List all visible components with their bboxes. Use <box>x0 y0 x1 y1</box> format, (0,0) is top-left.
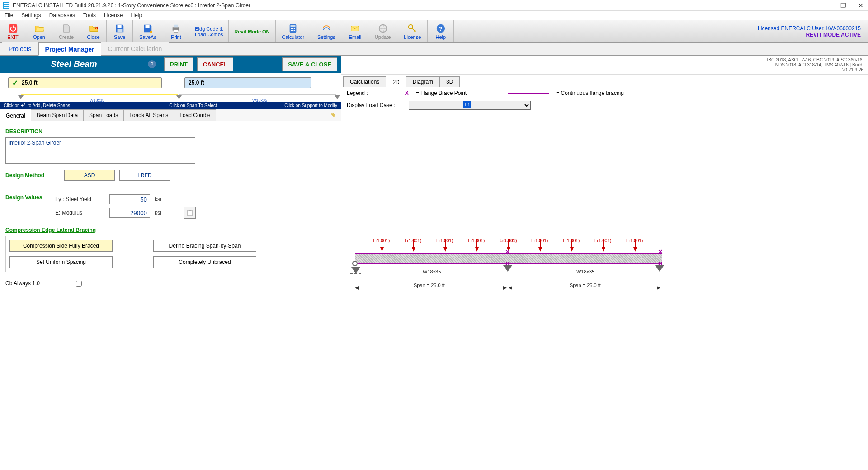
tab-general[interactable]: General <box>0 110 31 121</box>
view-tab-3d[interactable]: 3D <box>439 76 460 87</box>
clipboard-icon <box>186 209 193 216</box>
load-arrow-9 <box>633 247 637 252</box>
close-file-label: Close <box>87 34 99 40</box>
svg-rect-23 <box>189 210 191 211</box>
asd-button[interactable]: ASD <box>64 170 115 181</box>
menu-help[interactable]: Help <box>131 12 142 19</box>
brace-full-button[interactable]: Compression Side Fully Braced <box>9 240 113 252</box>
support-mid-icon <box>503 265 512 272</box>
support-3-icon[interactable] <box>335 95 340 99</box>
tab-projects[interactable]: Projects <box>2 42 38 55</box>
close-window-button[interactable]: ✕ <box>856 2 865 9</box>
save-icon <box>115 24 125 33</box>
print-button[interactable]: Print <box>163 20 189 42</box>
settings-button[interactable]: Settings <box>311 20 342 42</box>
license-info: Licensed ENERCALC User, KW-06000215 <box>758 25 861 32</box>
tab-span-loads[interactable]: Span Loads <box>83 109 124 121</box>
window-title: ENERCALC INSTALLED Build 20.21.9.26 : 1-… <box>13 2 250 9</box>
create-label: Create <box>59 34 74 40</box>
menu-license[interactable]: License <box>104 12 123 19</box>
exit-label: EXIT <box>7 34 18 40</box>
license-button[interactable]: License <box>397 20 428 42</box>
minimize-button[interactable]: — <box>821 2 830 9</box>
revit-mode-button[interactable]: Revit Mode ON <box>229 20 275 42</box>
menu-settings[interactable]: Settings <box>21 12 41 19</box>
support-2-icon[interactable] <box>176 95 182 99</box>
close-file-button[interactable]: ✕ Close <box>80 20 107 42</box>
create-button[interactable]: Create <box>52 20 80 42</box>
update-label: Update <box>375 34 391 40</box>
span-1-box[interactable]: ✓ 25.0 ft <box>8 77 162 88</box>
bldg-code-label: Bldg Code & Load Combs <box>195 26 223 37</box>
support-1-icon[interactable] <box>18 95 24 99</box>
calculator-button[interactable]: Calculator <box>276 20 311 42</box>
open-button[interactable]: Open <box>26 20 52 42</box>
beam-left-label: W18x35 <box>423 269 441 274</box>
lrfd-button[interactable]: LRFD <box>119 170 170 181</box>
header-help-icon[interactable]: ? <box>148 60 156 68</box>
dim-label-1: Span = 25.0 ft <box>414 282 445 288</box>
save-label: Save <box>114 34 125 40</box>
span-2-box[interactable]: 25.0 ft <box>184 77 311 88</box>
edit-icon[interactable]: ✎ <box>326 110 341 121</box>
fy-input[interactable] <box>109 194 150 204</box>
gear-icon <box>321 24 331 33</box>
print-label: Print <box>171 34 181 40</box>
view-tab-diagram[interactable]: Diagram <box>406 76 440 87</box>
help-icon: ? <box>436 24 446 33</box>
revit-active-label: REVIT MODE ACTIVE <box>806 32 861 38</box>
support-left-pin <box>352 261 358 266</box>
brace-none-button[interactable]: Completely Unbraced <box>153 256 256 268</box>
help-label: Help <box>435 34 446 40</box>
load-case-value: Lr <box>463 101 471 108</box>
view-tab-2d[interactable]: 2D <box>386 77 406 87</box>
svg-text:✕: ✕ <box>94 25 98 30</box>
saveas-button[interactable]: SaveAs <box>133 20 163 42</box>
svg-point-15 <box>292 30 294 31</box>
beam-2-label: W18x35 <box>252 98 267 103</box>
cb-always-checkbox[interactable] <box>76 281 82 287</box>
print-icon <box>171 24 181 33</box>
load-arrow-8 <box>602 247 605 252</box>
e-input[interactable] <box>109 208 150 218</box>
brace-x-top: ✕ <box>505 248 510 255</box>
menu-tools[interactable]: Tools <box>83 12 96 19</box>
cb-label: Cb Always 1.0 <box>5 280 40 287</box>
beam-span-1[interactable] <box>21 94 178 95</box>
svg-point-11 <box>291 28 292 29</box>
legend-label: Legend : <box>347 90 368 96</box>
help-button[interactable]: ? Help <box>428 20 454 42</box>
tab-beam-span-data[interactable]: Beam Span Data <box>31 109 84 121</box>
exit-button[interactable]: EXIT <box>0 20 26 42</box>
instr-add: Click on +/- to Add, Delete Spans <box>4 103 139 108</box>
span-1-value: 25.0 ft <box>22 80 38 86</box>
brace-uniform-button[interactable]: Set Uniform Spacing <box>9 256 113 268</box>
update-button[interactable]: Update <box>368 20 397 42</box>
span-2-value: 25.0 ft <box>189 80 204 86</box>
load-arrow-2 <box>412 247 415 252</box>
tab-current-calc[interactable]: Current Calculation <box>101 42 169 55</box>
view-tab-calculations[interactable]: Calculations <box>343 76 386 87</box>
beam-span-2[interactable] <box>179 94 336 95</box>
svg-rect-8 <box>174 29 178 32</box>
material-lookup-button[interactable] <box>184 207 196 219</box>
page-title: Steel Beam <box>0 59 148 69</box>
bracing-label: Compression Edge Lateral Bracing <box>5 227 335 233</box>
save-button[interactable]: Save <box>107 20 133 42</box>
dim-line-2 <box>509 288 660 288</box>
maximize-button[interactable]: ❐ <box>839 2 848 9</box>
menu-file[interactable]: File <box>5 12 13 19</box>
tab-loads-all-spans[interactable]: Loads All Spans <box>123 109 174 121</box>
header-print-button[interactable]: PRINT <box>164 57 193 71</box>
tab-project-manager[interactable]: Project Manager <box>38 43 101 56</box>
brace-span-button[interactable]: Define Bracing Span-by-Span <box>153 240 256 252</box>
menu-databases[interactable]: Databases <box>49 12 75 19</box>
save-close-button[interactable]: SAVE & CLOSE <box>282 57 337 71</box>
email-button[interactable]: Email <box>342 20 368 42</box>
description-value: Interior 2-Span Girder <box>9 140 61 146</box>
header-cancel-button[interactable]: CANCEL <box>197 57 233 71</box>
tab-load-combs[interactable]: Load Combs <box>174 109 216 121</box>
bldg-code-button[interactable]: Bldg Code & Load Combs <box>189 20 229 42</box>
load-arrow-4 <box>475 247 479 252</box>
description-input[interactable]: Interior 2-Span Girder <box>5 137 195 164</box>
